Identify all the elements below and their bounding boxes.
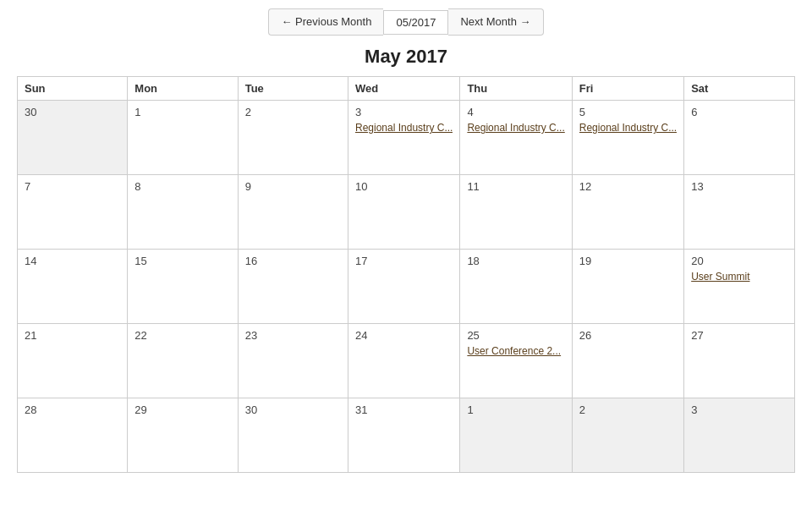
- day-number: 21: [25, 329, 120, 342]
- calendar-day-cell: 21: [18, 324, 128, 398]
- calendar-day-cell: 14: [18, 250, 128, 324]
- calendar-day-cell: 23: [238, 324, 348, 398]
- calendar-day-cell: 28: [18, 398, 128, 473]
- calendar-day-cell: 1: [460, 398, 572, 473]
- prev-month-button[interactable]: Previous Month: [268, 8, 383, 36]
- day-number: 26: [579, 329, 677, 342]
- calendar-day-cell: 5Regional Industry C...: [572, 101, 683, 175]
- calendar-day-cell: 12: [572, 175, 683, 250]
- calendar-header-sun: Sun: [18, 77, 128, 101]
- calendar-day-cell: 6: [684, 101, 795, 175]
- calendar-day-cell: 2: [238, 101, 348, 175]
- calendar-day-cell: 27: [684, 324, 795, 398]
- calendar-day-cell: 15: [128, 250, 238, 324]
- nav-bar: Previous Month 05/2017 Next Month: [17, 8, 795, 36]
- calendar-day-cell: 29: [128, 398, 238, 473]
- day-number: 22: [134, 329, 230, 342]
- day-number: 13: [691, 180, 787, 193]
- calendar-day-cell: 17: [348, 250, 460, 324]
- day-number: 18: [467, 255, 564, 267]
- calendar-day-cell: 4Regional Industry C...: [460, 101, 572, 175]
- calendar-day-cell: 11: [460, 175, 572, 250]
- calendar-day-cell: 10: [348, 175, 460, 250]
- calendar-header-tue: Tue: [238, 77, 348, 101]
- calendar-day-cell: 30: [238, 398, 348, 473]
- calendar-header-thu: Thu: [460, 77, 572, 101]
- calendar-day-cell: 8: [128, 175, 238, 250]
- day-number: 4: [467, 106, 564, 118]
- calendar-week-row: 30123Regional Industry C...4Regional Ind…: [18, 101, 795, 175]
- current-month-label: 05/2017: [383, 10, 448, 35]
- day-number: 19: [579, 255, 677, 267]
- day-number: 31: [355, 403, 453, 416]
- calendar-week-row: 2122232425User Conference 2...2627: [18, 324, 795, 398]
- event-link[interactable]: Regional Industry C...: [467, 122, 564, 134]
- calendar-day-cell: 13: [684, 175, 795, 250]
- day-number: 2: [579, 403, 677, 416]
- day-number: 11: [467, 180, 564, 193]
- day-number: 5: [579, 106, 677, 118]
- calendar-day-cell: 16: [238, 250, 348, 324]
- calendar-title: May 2017: [17, 46, 795, 68]
- calendar-day-cell: 18: [460, 250, 572, 324]
- calendar-day-cell: 3: [684, 398, 795, 473]
- day-number: 9: [245, 180, 341, 193]
- day-number: 23: [245, 329, 341, 342]
- calendar-day-cell: 25User Conference 2...: [460, 324, 572, 398]
- day-number: 20: [691, 255, 787, 267]
- day-number: 10: [355, 180, 453, 193]
- day-number: 3: [355, 106, 453, 118]
- calendar-day-cell: 26: [572, 324, 683, 398]
- calendar-day-cell: 1: [128, 101, 238, 175]
- day-number: 30: [245, 403, 341, 416]
- calendar-day-cell: 31: [348, 398, 460, 473]
- day-number: 29: [134, 403, 230, 416]
- event-link[interactable]: Regional Industry C...: [579, 122, 677, 134]
- next-month-button[interactable]: Next Month: [448, 8, 543, 36]
- day-number: 8: [134, 180, 230, 193]
- calendar-day-cell: 7: [18, 175, 128, 250]
- calendar-day-cell: 24: [348, 324, 460, 398]
- page-wrapper: Previous Month 05/2017 Next Month May 20…: [0, 0, 812, 490]
- day-number: 1: [467, 403, 564, 416]
- calendar-day-cell: 2: [572, 398, 683, 473]
- calendar-header-fri: Fri: [572, 77, 683, 101]
- day-number: 1: [134, 106, 230, 118]
- calendar-day-cell: 20User Summit: [684, 250, 795, 324]
- day-number: 3: [691, 403, 787, 416]
- day-number: 6: [691, 106, 787, 118]
- event-link[interactable]: User Conference 2...: [467, 345, 564, 357]
- calendar-header-row: SunMonTueWedThuFriSat: [18, 77, 795, 101]
- calendar-table: SunMonTueWedThuFriSat 30123Regional Indu…: [17, 76, 795, 473]
- day-number: 7: [25, 180, 120, 193]
- calendar-header-wed: Wed: [348, 77, 460, 101]
- calendar-day-cell: 22: [128, 324, 238, 398]
- calendar-day-cell: 30: [18, 101, 128, 175]
- calendar-header-mon: Mon: [128, 77, 238, 101]
- day-number: 25: [467, 329, 564, 342]
- calendar-day-cell: 19: [572, 250, 683, 324]
- day-number: 17: [355, 255, 453, 267]
- calendar-day-cell: 3Regional Industry C...: [348, 101, 460, 175]
- day-number: 28: [25, 403, 120, 416]
- day-number: 15: [134, 255, 230, 267]
- day-number: 14: [25, 255, 120, 267]
- calendar-day-cell: 9: [238, 175, 348, 250]
- day-number: 16: [245, 255, 341, 267]
- day-number: 12: [579, 180, 677, 193]
- calendar-header-sat: Sat: [684, 77, 795, 101]
- event-link[interactable]: Regional Industry C...: [355, 122, 453, 134]
- day-number: 24: [355, 329, 453, 342]
- calendar-week-row: 14151617181920User Summit: [18, 250, 795, 324]
- day-number: 30: [25, 106, 120, 118]
- calendar-week-row: 28293031123: [18, 398, 795, 473]
- day-number: 27: [691, 329, 787, 342]
- day-number: 2: [245, 106, 341, 118]
- calendar-body: 30123Regional Industry C...4Regional Ind…: [18, 101, 795, 473]
- calendar-week-row: 78910111213: [18, 175, 795, 250]
- event-link[interactable]: User Summit: [691, 271, 787, 283]
